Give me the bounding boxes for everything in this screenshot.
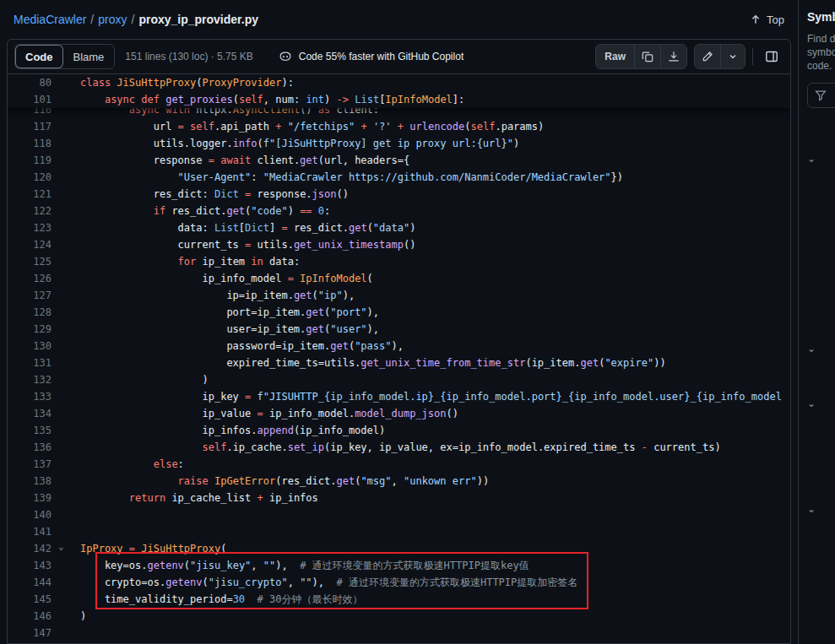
code-line-text: return ip_cache_list + ip_infos: [80, 490, 318, 506]
code-line: 122 if res_dict.get("code") == 0:: [8, 203, 790, 219]
code-line: 120 "User-Agent": "MediaCrawler https://…: [8, 169, 790, 186]
line-number[interactable]: 118: [8, 135, 52, 152]
line-number[interactable]: 129: [8, 321, 52, 338]
download-button[interactable]: [660, 45, 686, 68]
line-number[interactable]: 130: [8, 338, 52, 354]
code-viewer: 116 async with httpx.AsyncClient() as cl…: [8, 74, 790, 644]
copilot-banner[interactable]: Code 55% faster with GitHub Copilot: [279, 50, 464, 63]
code-blame-switch: Code Blame: [14, 44, 115, 69]
line-number[interactable]: 139: [8, 490, 52, 506]
code-line-text: raise IpGetError(res_dict.get("msg", "un…: [80, 473, 489, 490]
line-number[interactable]: 138: [8, 473, 52, 490]
line-number[interactable]: 119: [8, 152, 52, 169]
line-number[interactable]: 133: [8, 388, 52, 405]
code-line: 136 self.ip_cache.set_ip(ip_key, ip_valu…: [8, 439, 790, 456]
tab-blame[interactable]: Blame: [63, 45, 115, 68]
code-line: 124 current_ts = utils.get_unix_timestam…: [8, 236, 790, 253]
line-number[interactable]: 145: [8, 591, 52, 608]
code-line: 142⌄IpProxy = JiSuHttpProxy(: [8, 540, 790, 557]
breadcrumb-folder-link[interactable]: proxy: [98, 13, 127, 26]
line-number[interactable]: 124: [8, 236, 52, 253]
line-number[interactable]: 144: [8, 574, 52, 591]
line-number[interactable]: 136: [8, 439, 52, 456]
edit-button[interactable]: [695, 45, 720, 68]
file-info: 151 lines (130 loc) · 5.75 KB: [125, 51, 252, 62]
code-line-text: ip_infos.append(ip_info_model): [80, 422, 385, 439]
line-number[interactable]: 126: [8, 270, 52, 287]
line-number[interactable]: 122: [8, 203, 52, 219]
line-number[interactable]: 143: [8, 557, 52, 574]
line-number[interactable]: 137: [8, 456, 52, 473]
line-number[interactable]: 132: [8, 371, 52, 388]
code-line-text: data: List[Dict] = res_dict.get("data"): [80, 219, 415, 236]
code-line-text: ip=ip_item.get("ip"),: [80, 287, 355, 304]
scroll-to-top-button[interactable]: Top: [750, 14, 784, 26]
sticky-context-lines: 80class JiSuHttpProxy(ProxyProvider):101…: [8, 74, 790, 108]
funnel-icon: [815, 89, 827, 101]
line-number[interactable]: 147: [8, 625, 52, 641]
chevron-down-icon: [728, 51, 738, 62]
line-number[interactable]: 141: [8, 523, 52, 540]
chevron-down-icon[interactable]: ⌄: [807, 344, 816, 354]
code-line: 139 return ip_cache_list + ip_infos: [8, 490, 790, 506]
breadcrumb-repo-link[interactable]: MediaCrawler: [14, 13, 86, 26]
code-line-text: password=ip_item.get("pass"),: [80, 338, 404, 354]
chevron-down-icon[interactable]: ⌄: [807, 154, 816, 164]
breadcrumb-separator: /: [90, 13, 94, 26]
line-number[interactable]: 131: [8, 354, 52, 371]
toolbar-actions: Raw: [595, 44, 783, 69]
line-number[interactable]: 146: [8, 608, 52, 625]
line-number[interactable]: 135: [8, 422, 52, 439]
raw-button[interactable]: Raw: [596, 45, 634, 68]
line-number[interactable]: 120: [8, 169, 52, 186]
code-line: 141: [8, 523, 790, 540]
line-number[interactable]: 80: [8, 74, 52, 91]
copilot-banner-text: Code 55% faster with GitHub Copilot: [299, 51, 464, 62]
code-line: 147: [8, 625, 790, 641]
line-number[interactable]: 101: [8, 91, 52, 108]
code-line: 131 expired_time_ts=utils.get_unix_time_…: [8, 354, 790, 371]
file-toolbar: Code Blame 151 lines (130 loc) · 5.75 KB…: [8, 40, 790, 74]
line-number[interactable]: 117: [8, 118, 52, 135]
code-line: 144 crypto=os.getenv("jisu_crypto", ""),…: [8, 574, 790, 591]
code-line: 127 ip=ip_item.get("ip"),: [8, 287, 790, 304]
line-number[interactable]: 142: [8, 540, 52, 557]
code-line-text: "User-Agent": "MediaCrawler https://gith…: [80, 169, 623, 186]
chevron-down-icon[interactable]: ⌄: [807, 398, 816, 409]
symbols-panel-toggle[interactable]: [760, 45, 783, 68]
code-line-text: async def get_proxies(self, num: int) ->…: [80, 91, 464, 108]
code-line-text: utils.logger.info(f"[JiSuHttpProxy] get …: [80, 135, 519, 152]
breadcrumb-file-name: proxy_ip_provider.py: [138, 13, 258, 26]
pencil-icon: [702, 51, 713, 62]
line-number[interactable]: 127: [8, 287, 52, 304]
chevron-down-icon[interactable]: ⌄: [807, 504, 816, 514]
symbols-panel-description: Find definitions and references for func…: [807, 32, 835, 73]
code-line: 133 ip_key = f"JISUHTTP_{ip_info_model.i…: [8, 388, 790, 405]
line-number[interactable]: 134: [8, 405, 52, 422]
copy-icon: [642, 51, 653, 62]
raw-button-group: Raw: [595, 44, 687, 69]
code-line: 117 url = self.api_path + "/fetchips" + …: [8, 118, 790, 135]
breadcrumb-separator: /: [131, 13, 134, 26]
line-number[interactable]: 121: [8, 186, 52, 203]
collapse-chevron-icon[interactable]: ⌄: [58, 538, 64, 555]
line-number[interactable]: 123: [8, 219, 52, 236]
copy-button[interactable]: [634, 45, 660, 68]
main-column: MediaCrawler / proxy / proxy_ip_provider…: [0, 0, 798, 644]
symbols-filter-input[interactable]: [807, 83, 835, 108]
code-line-text: ip_key = f"JISUHTTP_{ip_info_model.ip}_{…: [80, 388, 782, 405]
line-number[interactable]: 125: [8, 253, 52, 270]
code-line: 118 utils.logger.info(f"[JiSuHttpProxy] …: [8, 135, 790, 152]
code-line: 135 ip_infos.append(ip_info_model): [8, 422, 790, 439]
line-number[interactable]: 140: [8, 506, 52, 523]
symbols-panel-title: Symbols: [807, 10, 835, 24]
toolbar-divider: [752, 48, 753, 65]
code-line-text: url = self.api_path + "/fetchips" + '?' …: [80, 118, 544, 135]
code-body: 116 async with httpx.AsyncClient() as cl…: [8, 74, 790, 641]
code-line: 138 raise IpGetError(res_dict.get("msg",…: [8, 473, 790, 490]
code-line: 145 time_validity_period=30 # 30分钟（最长时效）: [8, 591, 790, 608]
edit-dropdown-button[interactable]: [720, 45, 745, 68]
tab-code[interactable]: Code: [15, 45, 63, 68]
line-number[interactable]: 128: [8, 304, 52, 321]
breadcrumb-bar: MediaCrawler / proxy / proxy_ip_provider…: [0, 0, 798, 39]
